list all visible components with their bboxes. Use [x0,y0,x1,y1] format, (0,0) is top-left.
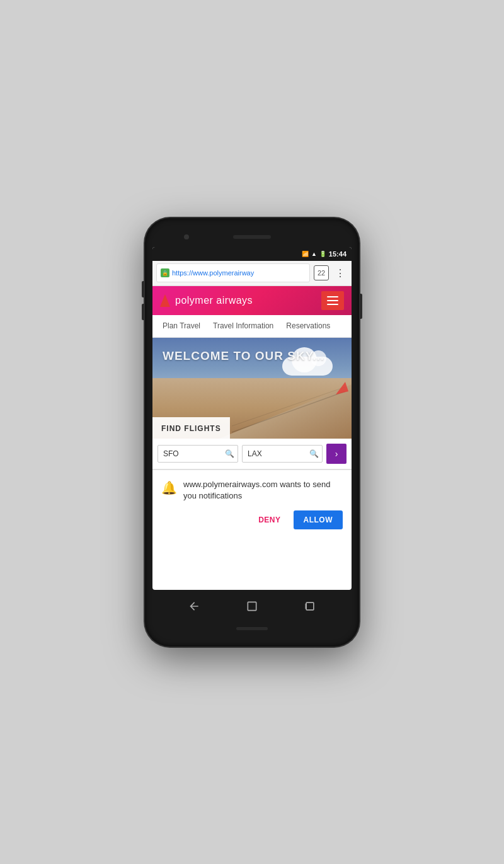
origin-search-icon: 🔍 [225,449,234,458]
logo-svg [160,294,170,307]
nav-item-travel-information[interactable]: Travel Information [208,318,278,334]
volume-down-button[interactable] [142,304,144,320]
bottom-speaker [236,627,268,630]
signal-icon: ▲ [311,251,317,257]
phone-bottom [152,623,352,635]
logo-icon [160,294,170,307]
search-bar: 🔍 🔍 › [152,439,352,469]
destination-input-wrap: 🔍 [242,445,323,463]
notification-actions: DENY ALLOW [161,510,343,529]
svg-rect-6 [306,602,314,610]
hamburger-line-3 [327,304,338,305]
home-button[interactable] [241,595,263,618]
wifi-icon: 📶 [302,251,309,257]
origin-input-wrap: 🔍 [158,445,238,463]
back-button[interactable] [183,595,205,618]
browser-menu-button[interactable]: ⋮ [333,265,348,282]
wing-svg [219,357,352,439]
hamburger-line-1 [327,296,338,297]
go-arrow-icon: › [335,449,338,459]
home-icon [246,600,258,613]
notification-message: www.polymerairways.com wants to send you… [183,479,343,502]
find-flights-text: FIND FLIGHTS [161,424,221,433]
deny-button[interactable]: DENY [252,512,287,528]
bell-icon: 🔔 [161,480,177,495]
hero-tagline: WELCOME TO OUR SKY... [163,349,324,363]
status-bar: 📶 ▲ 🔋 15:44 [152,247,352,261]
status-icons: 📶 ▲ 🔋 15:44 [302,250,346,258]
tab-count[interactable]: 22 [314,265,329,280]
volume-up-button[interactable] [142,281,144,297]
url-bar[interactable]: 🔒 https://www.polymerairway [156,263,310,282]
app-name: polymer airways [175,295,253,306]
browser-bar: 🔒 https://www.polymerairway 22 ⋮ [152,261,352,286]
svg-rect-7 [306,603,307,608]
notification-content: 🔔 www.polymerairways.com wants to send y… [161,479,343,502]
svg-marker-0 [160,294,170,307]
wing [226,357,352,439]
svg-rect-5 [248,602,256,610]
menu-button[interactable] [321,291,344,310]
ssl-icon: 🔒 [161,268,169,277]
nav-bar: Plan Travel Travel Information Reservati… [152,315,352,338]
app-logo: polymer airways [160,294,253,307]
nav-item-plan-travel[interactable]: Plan Travel [158,318,205,334]
phone-screen: 📶 ▲ 🔋 15:44 🔒 https://www.polymerairway … [152,247,352,590]
app-header: polymer airways [152,286,352,315]
phone-device: 📶 ▲ 🔋 15:44 🔒 https://www.polymerairway … [145,218,359,647]
phone-bottom-nav [152,592,352,620]
back-icon [188,600,200,613]
url-text: https://www.polymerairway [172,269,306,277]
phone-top-bar [152,229,352,245]
nav-item-reservations[interactable]: Reservations [281,318,335,334]
allow-button[interactable]: ALLOW [294,510,343,529]
front-camera [184,234,189,239]
find-flights-label: FIND FLIGHTS [152,417,230,439]
status-time: 15:44 [329,250,346,258]
destination-search-icon: 🔍 [309,449,319,458]
search-go-button[interactable]: › [326,444,346,464]
recents-button[interactable] [299,595,321,618]
power-button[interactable] [360,294,362,319]
hamburger-line-2 [327,300,338,301]
recents-icon [304,600,316,613]
battery-icon: 🔋 [319,251,326,257]
hero-section: WELCOME TO OUR SKY... FIND FLIGHTS [152,338,352,439]
earpiece-speaker [233,235,271,239]
notification-bar: 🔔 www.polymerairways.com wants to send y… [152,469,352,538]
